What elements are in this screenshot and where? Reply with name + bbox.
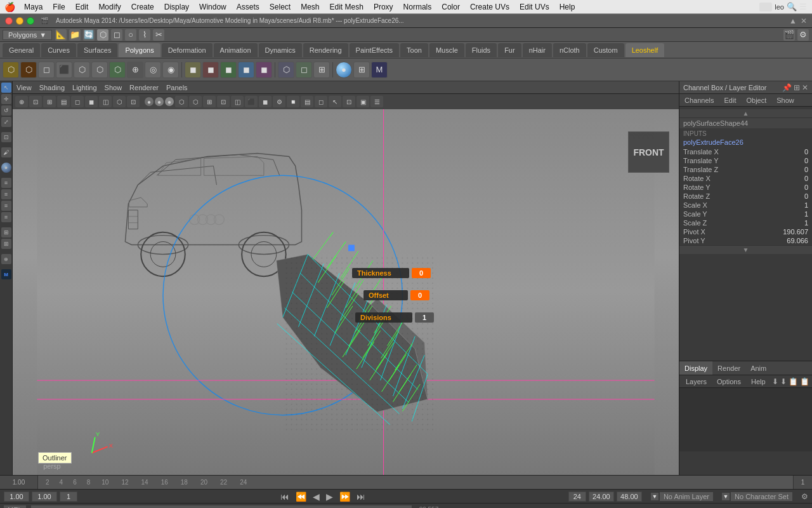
shelf-icon-8[interactable]: ⊕: [127, 62, 143, 78]
shelf-surfaces[interactable]: Surfaces: [77, 43, 117, 57]
vp-icon-6[interactable]: ◼: [85, 96, 98, 107]
menu-select[interactable]: Select: [265, 0, 296, 13]
vp-icon-14[interactable]: ⊡: [217, 96, 230, 107]
vp-icon-21[interactable]: ◻: [315, 96, 327, 107]
menu-edit[interactable]: Edit: [70, 0, 94, 13]
layers-tab[interactable]: Layers: [682, 378, 710, 385]
channel-row-py[interactable]: Pivot Y 69.066: [679, 236, 812, 245]
shelf-icon-11[interactable]: ◼: [185, 62, 201, 78]
shelf-deformation[interactable]: Deformation: [162, 43, 213, 57]
vp-menu-view[interactable]: View: [16, 84, 32, 91]
menu-normals[interactable]: Normals: [398, 0, 437, 13]
menu-createuvs[interactable]: Create UVs: [465, 0, 514, 13]
shelf-icon-13[interactable]: ◼: [220, 62, 237, 78]
rotate-tool[interactable]: ↺: [1, 105, 11, 116]
menu-assets[interactable]: Assets: [232, 0, 265, 13]
anim-layer-arrow[interactable]: ▼: [651, 493, 658, 500]
anim-settings-icon[interactable]: ⚙: [801, 492, 808, 501]
menu-color[interactable]: Color: [436, 0, 465, 13]
shelf-icon-3[interactable]: ◻: [38, 62, 55, 78]
shelf-muscle[interactable]: Muscle: [429, 43, 464, 57]
shelf-icon-7[interactable]: ⬡: [109, 62, 126, 78]
vp-icon-2[interactable]: ⊡: [29, 96, 42, 107]
vp-icon-16[interactable]: ⬛: [245, 96, 258, 107]
shelf-fluids[interactable]: Fluids: [466, 43, 497, 57]
vp-icon-18[interactable]: ⚙: [273, 96, 285, 107]
vp-icon-4[interactable]: ▤: [57, 96, 70, 107]
shelf-painteffects[interactable]: PaintEffects: [350, 43, 400, 57]
shelf-icon-4[interactable]: ⬛: [56, 62, 72, 78]
cb-pin-icon[interactable]: 📌: [782, 83, 792, 92]
layer-icon-3[interactable]: ≡: [1, 201, 11, 211]
vp-icon-20[interactable]: ▤: [301, 96, 313, 107]
scale-tool[interactable]: ⤢: [1, 117, 11, 127]
shelf-rendering[interactable]: Rendering: [303, 43, 348, 57]
vp-icon-solid-1[interactable]: ●: [145, 97, 154, 106]
help-tab[interactable]: Help: [747, 378, 769, 385]
vp-menu-show[interactable]: Show: [105, 84, 122, 91]
snap-tool[interactable]: ⊞: [1, 227, 11, 237]
vp-menu-panels[interactable]: Panels: [166, 84, 188, 91]
shelf-icon-6[interactable]: ⬡: [91, 62, 108, 78]
menu-window[interactable]: Window: [194, 0, 232, 13]
anim-next-frame[interactable]: ⏩: [337, 491, 352, 502]
anim-start-field[interactable]: [4, 491, 29, 502]
settings-icon[interactable]: ⚙: [797, 29, 809, 41]
shelf-dynamics[interactable]: Dynamics: [259, 43, 302, 57]
vp-icon-17[interactable]: ◼: [259, 96, 272, 107]
layer-icon-2[interactable]: ≡: [1, 189, 11, 199]
shelf-animation[interactable]: Animation: [214, 43, 258, 57]
layer-icon-4[interactable]: ≡: [1, 212, 11, 222]
layer-add-icon[interactable]: ⬇: [772, 377, 778, 386]
shelf-icon-18[interactable]: ⊞: [313, 62, 330, 78]
polygon-mode-select[interactable]: Polygons ▼: [3, 30, 52, 40]
shelf-general[interactable]: General: [3, 43, 40, 57]
vp-icon-15[interactable]: ◫: [231, 96, 244, 107]
shelf-icon-10[interactable]: ◉: [162, 62, 179, 78]
vp-menu-lighting[interactable]: Lighting: [72, 84, 97, 91]
window-expand-icon[interactable]: ✕: [801, 17, 807, 25]
vp-menu-renderer[interactable]: Renderer: [129, 84, 159, 91]
apple-menu[interactable]: 🍎: [0, 2, 19, 12]
menu-edituvs[interactable]: Edit UVs: [514, 0, 554, 13]
menu-editmesh[interactable]: Edit Mesh: [325, 0, 369, 13]
timeline-bar[interactable]: 2 4 6 8 10 12 14 16 18 20 22 24: [38, 476, 793, 489]
menu-maya[interactable]: Maya: [19, 0, 48, 13]
close-button[interactable]: [5, 17, 13, 25]
snap-tool-2[interactable]: ⊞: [1, 239, 11, 249]
shelf-curves[interactable]: Curves: [41, 43, 76, 57]
shelf-sphere-icon[interactable]: ●: [336, 62, 352, 78]
mode-icon-8[interactable]: ✂: [152, 29, 165, 41]
front-view-label[interactable]: FRONT: [628, 131, 669, 173]
shelf-icon-14[interactable]: ◼: [238, 62, 254, 78]
vp-menu-shading[interactable]: Shading: [39, 84, 65, 91]
mode-icon-5[interactable]: ◻: [110, 29, 123, 41]
cb-tab-channels[interactable]: Channels: [679, 94, 719, 106]
shelf-leoshelf[interactable]: Leoshelf: [625, 43, 665, 57]
mode-icon-1[interactable]: 📐: [55, 29, 67, 41]
vp-icon-1[interactable]: ⊕: [15, 96, 28, 107]
vp-icon-24[interactable]: ▣: [357, 96, 369, 107]
anim-prev-frame[interactable]: ⏪: [294, 491, 308, 502]
shader-ball[interactable]: ●: [1, 163, 11, 173]
vp-icon-9[interactable]: ⊡: [127, 96, 140, 107]
cb-grid-icon[interactable]: ⊞: [794, 83, 800, 92]
layer-paste-icon[interactable]: 📋: [800, 377, 809, 386]
char-set-arrow[interactable]: ▼: [722, 493, 730, 500]
channel-row-sz[interactable]: Scale Z 1: [679, 218, 812, 227]
lasso-tool[interactable]: ⊡: [1, 132, 11, 142]
shelf-custom[interactable]: Custom: [587, 43, 624, 57]
channel-row-sx[interactable]: Scale X 1: [679, 201, 812, 210]
vp-icon-12[interactable]: ⬡: [189, 96, 202, 107]
anim-current-frame-field[interactable]: [60, 491, 77, 502]
menu-proxy[interactable]: Proxy: [369, 0, 398, 13]
viewport[interactable]: ⊕ ⊡ ⊞ ▤ ◻ ◼ ◫ ⬡ ⊡ ● ● ● ⬡ ⬡ ⊞ ⊡ ◫ ⬛ ◼ ⚙: [13, 94, 679, 475]
cb-tab-show[interactable]: Show: [771, 94, 799, 106]
shelf-grid-icon[interactable]: ⊞: [353, 62, 370, 78]
shelf-icon-9[interactable]: ◎: [145, 62, 161, 78]
shelf-toon[interactable]: Toon: [400, 43, 428, 57]
vp-icon-23[interactable]: ⊡: [343, 96, 355, 107]
shelf-polygons[interactable]: Polygons: [119, 43, 160, 57]
anim-range-start[interactable]: [589, 491, 614, 502]
vp-icon-25[interactable]: ☰: [370, 96, 383, 107]
